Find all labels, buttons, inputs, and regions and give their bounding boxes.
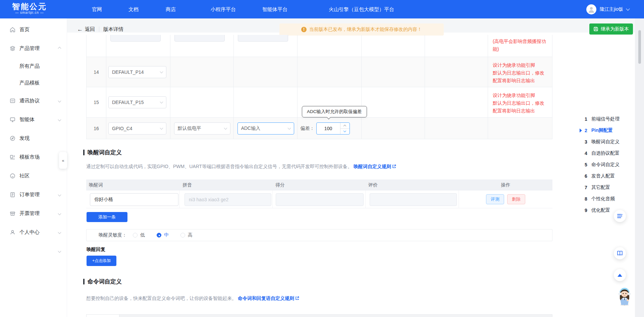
anchor-toggle-button[interactable] [614, 210, 626, 222]
sidebar-item-all-products[interactable]: 所有产品 [0, 58, 67, 74]
sidebar-item-order-management[interactable]: 订单管理 [0, 185, 67, 204]
sensitivity-radio-high[interactable]: 高 [180, 232, 193, 238]
sidebar-item-product-management[interactable]: 产品管理 [0, 39, 67, 58]
pin-input-cut[interactable] [238, 35, 288, 42]
sensitivity-label: 唤醒灵敏度： [99, 232, 127, 238]
command-rule-link[interactable]: 命令词和回复语自定义规则 [238, 296, 299, 301]
wakeword-input[interactable] [90, 193, 178, 206]
scrollbar-thumb[interactable] [638, 30, 641, 64]
anchor-item-9[interactable]: 9优化配置 [580, 205, 638, 216]
sidebar-item-communication-protocol[interactable]: 通讯协议 [0, 91, 67, 110]
nav-item-volcano-platform[interactable]: 火山引擎（豆包大模型）平台 [329, 0, 394, 18]
sidebar-item-personal-center[interactable]: 个人中心 [0, 223, 67, 242]
chevron-down-icon [58, 249, 61, 253]
sensitivity-radio-low[interactable]: 低 [133, 232, 145, 238]
chevron-down-icon [160, 126, 163, 130]
command-section-title: 命令词自定义 [83, 278, 122, 285]
col-header-actions: 操作 [459, 182, 552, 188]
add-wakeword-button[interactable]: 添加一条 [87, 212, 127, 222]
pin-row-16: 16 GPIO_C4 默认低电平 ADC输入 [87, 118, 552, 139]
pin-input-cut[interactable] [110, 35, 161, 42]
nav-item-official-site[interactable]: 官网 [92, 0, 102, 18]
sidebar-collapse-handle[interactable]: « [59, 152, 67, 169]
radio-icon [133, 233, 138, 237]
active-marker-icon [580, 128, 582, 133]
nav-item-miniprogram-platform[interactable]: 小程序平台 [211, 0, 236, 18]
chevron-down-icon [224, 126, 227, 130]
sidebar-item-extra[interactable] [0, 242, 67, 260]
deviation-field: 偏差： 100 [301, 122, 350, 135]
main-content: ← 返回 版本详情 ! 当前版本已发布，继承为新版本才能保存修改的内容！ 继承为… [67, 18, 644, 317]
pin-select[interactable]: GPIO_C4 [108, 122, 166, 135]
anchor-item-6[interactable]: 6发音人配置 [580, 170, 638, 182]
pin-select[interactable]: DEFAULT_P15 [108, 96, 166, 108]
warning-icon: ! [301, 27, 307, 32]
anchor-item-7[interactable]: 7其它配置 [580, 182, 638, 193]
sidebar-item-discover[interactable]: 发现 [0, 129, 67, 148]
sensitivity-radio-medium[interactable]: 中 [157, 232, 169, 238]
sidebar-item-template-market[interactable]: 模板市场 [0, 148, 67, 166]
sidebar-item-community[interactable]: 社区 [0, 166, 67, 185]
save-icon [593, 27, 598, 32]
published-warning-banner: ! 当前版本已发布，继承为新版本才能保存修改的内容！ [279, 23, 444, 36]
col-header-pinyin: 拼音 [180, 182, 273, 188]
external-link-icon [392, 164, 396, 169]
chevron-down-icon [58, 118, 61, 121]
col-header-evaluation: 评价 [366, 182, 459, 188]
anchor-item-4[interactable]: 4自选协议配置 [580, 148, 638, 159]
pinyin-input[interactable] [184, 193, 271, 206]
document-icon [9, 192, 15, 198]
score-input[interactable] [276, 193, 364, 206]
chevron-down-icon [58, 230, 61, 234]
wake-word-table: 唤醒词 拼音 得分 评价 操作 评测 删除 [86, 179, 552, 208]
anchor-nav: 1前端信号处理 2Pin脚配置 3唤醒词自定义 4自选协议配置 5命令词自定义 … [580, 113, 638, 216]
pin-input-cut[interactable] [174, 35, 225, 42]
add-reply-button[interactable]: +点击添加 [87, 256, 116, 266]
back-arrow-icon: ← [77, 27, 83, 32]
user-menu[interactable]: 隆江主jio饭 [586, 0, 629, 18]
col-header-score: 得分 [273, 182, 366, 188]
wake-rule-link[interactable]: 唤醒词自定义规则 [354, 164, 396, 169]
nav-item-docs[interactable]: 文档 [128, 0, 139, 18]
inherit-new-version-button[interactable]: 继承为新版本 [589, 23, 633, 35]
anchor-item-1[interactable]: 1前端信号处理 [580, 113, 638, 125]
pin-select[interactable]: DEFAULT_P14 [108, 66, 166, 78]
command-tab-active[interactable] [87, 315, 119, 317]
evaluate-button[interactable]: 评测 [486, 194, 504, 204]
evaluation-input[interactable] [370, 193, 457, 206]
docs-button[interactable] [614, 247, 626, 259]
deviation-stepper[interactable]: 100 [316, 122, 350, 135]
nav-item-agent-platform[interactable]: 智能体平台 [262, 0, 287, 18]
stepper-up-button[interactable] [340, 123, 350, 128]
anchor-item-8[interactable]: 8个性化音频 [580, 193, 638, 205]
warning-text: 当前版本已发布，继承为新版本才能保存修改的内容！ [309, 27, 422, 33]
chevron-down-icon [626, 7, 630, 10]
col-header-wakeword: 唤醒词 [86, 182, 180, 188]
sidebar-item-invoice-management[interactable]: 开票管理 [0, 204, 67, 223]
anchor-item-2-active[interactable]: 2Pin脚配置 [580, 125, 638, 136]
delete-button[interactable]: 删除 [507, 194, 525, 204]
chevron-down-icon [160, 100, 163, 104]
pin-note: 设计为烧录功能引脚 默认为日志输出口，修改配置将影响日志输出 [488, 57, 552, 85]
username: 隆江主jio饭 [600, 6, 623, 12]
sidebar-item-agent[interactable]: 智能体 [0, 110, 67, 129]
sidebar-item-product-templates[interactable]: 产品模板 [0, 74, 67, 91]
back-button[interactable]: ← 返回 [77, 26, 95, 33]
assistant-mascot[interactable] [616, 287, 633, 306]
wake-section-desc: 通过定制可以自动生成代码，实现GPIO、PWM、UART等端口根据语音指令输出自… [86, 164, 396, 170]
nav-item-store[interactable]: 商店 [166, 0, 176, 18]
anchor-item-3[interactable]: 3唤醒词自定义 [580, 136, 638, 148]
brand-logo[interactable]: 智能公元 — smartpi.cn — [12, 2, 47, 14]
function-select[interactable]: ADC输入 [237, 122, 294, 135]
anchor-item-5[interactable]: 5命令词自定义 [580, 159, 638, 170]
stepper-down-button[interactable] [340, 128, 350, 135]
wake-reply-label: 唤醒回复 [87, 247, 105, 253]
sidebar-item-home[interactable]: 首页 [0, 20, 67, 39]
level-select[interactable]: 默认低电平 [174, 122, 230, 135]
chevron-down-icon [58, 212, 61, 215]
scroll-top-button[interactable] [614, 269, 626, 281]
pin-note: 设计为烧录功能引脚 默认为日志输出口，修改配置将影响日志输出 [488, 87, 552, 115]
arrow-up-icon [618, 274, 622, 277]
pin-row-partial: (高电平会影响音频播报功能) [87, 35, 552, 57]
wake-table-header: 唤醒词 拼音 得分 评价 操作 [86, 179, 552, 191]
